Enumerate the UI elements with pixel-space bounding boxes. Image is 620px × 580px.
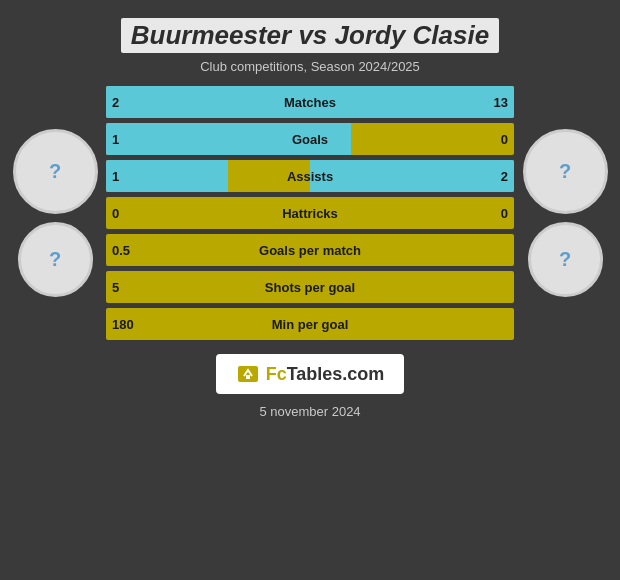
shots-per-goal-bar: 5 Shots per goal — [106, 271, 514, 303]
player-right-top-icon: ? — [559, 160, 571, 183]
page-title: Buurmeester vs Jordy Clasie — [121, 18, 499, 53]
date-label: 5 november 2024 — [259, 404, 360, 419]
assists-right-value: 2 — [501, 169, 508, 184]
logo-section: FcTables.com — [216, 354, 405, 394]
goals-per-match-value: 0.5 — [112, 243, 130, 258]
goals-per-match-label: Goals per match — [259, 243, 361, 258]
goals-bar: 1 Goals 0 — [106, 123, 514, 155]
player-right-top: ? — [523, 129, 608, 214]
player-right-bottom: ? — [528, 222, 603, 297]
assists-bar: 1 Assists 2 — [106, 160, 514, 192]
goals-label: Goals — [292, 132, 328, 147]
min-per-goal-bar: 180 Min per goal — [106, 308, 514, 340]
logo-text: FcTables.com — [266, 364, 385, 385]
player-left-bottom-icon: ? — [49, 248, 61, 271]
player-right-bottom-icon: ? — [559, 248, 571, 271]
assists-left-value: 1 — [112, 169, 119, 184]
shots-per-goal-label: Shots per goal — [265, 280, 355, 295]
matches-bar: 2 Matches 13 — [106, 86, 514, 118]
goals-per-match-bar: 0.5 Goals per match — [106, 234, 514, 266]
player-left-top-icon: ? — [49, 160, 61, 183]
min-per-goal-label: Min per goal — [272, 317, 349, 332]
hattricks-bar: 0 Hattricks 0 — [106, 197, 514, 229]
hattricks-label: Hattricks — [282, 206, 338, 221]
main-container: Buurmeester vs Jordy Clasie Club competi… — [0, 0, 620, 580]
fctables-icon — [236, 362, 260, 386]
player-left-top: ? — [13, 129, 98, 214]
goals-left-value: 1 — [112, 132, 119, 147]
svg-rect-1 — [246, 376, 250, 379]
matches-left-value: 2 — [112, 95, 119, 110]
goals-right-value: 0 — [501, 132, 508, 147]
player-left-bottom: ? — [18, 222, 93, 297]
shots-per-goal-value: 5 — [112, 280, 119, 295]
matches-label: Matches — [284, 95, 336, 110]
title-section: Buurmeester vs Jordy Clasie Club competi… — [111, 0, 509, 80]
matches-right-value: 13 — [494, 95, 508, 110]
hattricks-left-value: 0 — [112, 206, 119, 221]
subtitle: Club competitions, Season 2024/2025 — [121, 59, 499, 74]
assists-label: Assists — [287, 169, 333, 184]
hattricks-right-value: 0 — [501, 206, 508, 221]
min-per-goal-value: 180 — [112, 317, 134, 332]
